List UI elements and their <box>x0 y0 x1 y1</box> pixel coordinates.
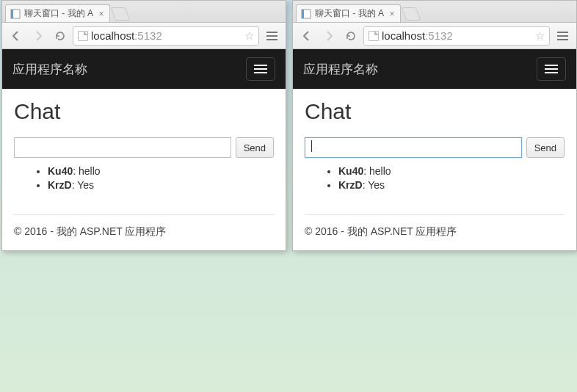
tab-title: 聊天窗口 - 我的 A <box>315 7 384 20</box>
message-input[interactable] <box>305 137 522 158</box>
page-heading: Chat <box>305 99 565 124</box>
message-form: Send <box>14 137 274 158</box>
app-brand[interactable]: 应用程序名称 <box>303 61 378 78</box>
hamburger-icon <box>266 32 277 40</box>
text-cursor <box>311 140 312 152</box>
svg-rect-3 <box>302 10 304 18</box>
back-button[interactable] <box>7 26 26 46</box>
browser-window-left: 聊天窗口 - 我的 A × localhost:5132 ☆ <box>1 0 286 251</box>
browser-toolbar: localhost:5132 ☆ <box>293 23 576 49</box>
message-list: Ku40: hello KrzD: Yes <box>14 165 274 191</box>
send-button[interactable]: Send <box>526 137 565 158</box>
new-tab-button[interactable] <box>111 7 131 21</box>
app-navbar: 应用程序名称 <box>293 49 576 89</box>
tab-strip: 聊天窗口 - 我的 A × <box>293 1 576 23</box>
forward-button[interactable] <box>29 26 48 46</box>
bookmark-star-icon[interactable]: ☆ <box>535 29 545 43</box>
forward-button[interactable] <box>319 26 338 46</box>
bookmark-star-icon[interactable]: ☆ <box>244 29 254 43</box>
url-text: localhost:5132 <box>91 29 242 42</box>
browser-tab[interactable]: 聊天窗口 - 我的 A × <box>296 4 401 22</box>
tab-close-button[interactable]: × <box>387 9 397 19</box>
favicon-icon <box>301 9 311 19</box>
browser-window-right: 聊天窗口 - 我的 A × localhost:5132 ☆ <box>292 0 577 251</box>
message-input[interactable] <box>14 137 231 158</box>
navbar-toggle-button[interactable] <box>537 57 566 81</box>
divider <box>305 214 565 215</box>
reload-button[interactable] <box>51 26 70 46</box>
page-footer: © 2016 - 我的 ASP.NET 应用程序 <box>14 225 274 239</box>
hamburger-icon <box>545 65 558 73</box>
app-navbar: 应用程序名称 <box>2 49 286 89</box>
list-item: Ku40: hello <box>48 165 274 177</box>
page-viewport: 应用程序名称 Chat Send Ku40: hello KrzD: Yes ©… <box>293 49 576 250</box>
app-brand[interactable]: 应用程序名称 <box>12 61 87 78</box>
page-footer: © 2016 - 我的 ASP.NET 应用程序 <box>305 225 565 239</box>
new-tab-button[interactable] <box>402 7 421 21</box>
back-button[interactable] <box>297 26 316 46</box>
page-content: Chat Send Ku40: hello KrzD: Yes © 2016 -… <box>2 89 286 250</box>
hamburger-icon <box>254 65 267 73</box>
browser-toolbar: localhost:5132 ☆ <box>2 23 286 49</box>
list-item: Ku40: hello <box>338 165 565 177</box>
address-bar[interactable]: localhost:5132 ☆ <box>363 26 550 46</box>
tab-close-button[interactable]: × <box>96 9 106 19</box>
page-content: Chat Send Ku40: hello KrzD: Yes © 2016 -… <box>293 89 576 250</box>
send-button[interactable]: Send <box>236 137 274 158</box>
url-text: localhost:5132 <box>382 29 532 42</box>
divider <box>14 214 274 215</box>
list-item: KrzD: Yes <box>338 179 565 191</box>
browser-menu-button[interactable] <box>553 26 572 46</box>
message-list: Ku40: hello KrzD: Yes <box>305 165 565 191</box>
message-form: Send <box>305 137 565 158</box>
page-icon <box>369 31 379 41</box>
hamburger-icon <box>557 32 568 40</box>
browser-tab[interactable]: 聊天窗口 - 我的 A × <box>5 4 110 22</box>
browser-menu-button[interactable] <box>262 26 281 46</box>
list-item: KrzD: Yes <box>48 179 274 191</box>
page-heading: Chat <box>14 99 274 124</box>
navbar-toggle-button[interactable] <box>246 57 275 81</box>
favicon-icon <box>10 9 21 19</box>
svg-rect-1 <box>11 10 13 18</box>
page-viewport: 应用程序名称 Chat Send Ku40: hello KrzD: Yes ©… <box>2 49 286 250</box>
tab-strip: 聊天窗口 - 我的 A × <box>2 1 286 23</box>
reload-button[interactable] <box>341 26 360 46</box>
tab-title: 聊天窗口 - 我的 A <box>24 7 93 20</box>
page-icon <box>78 31 88 41</box>
address-bar[interactable]: localhost:5132 ☆ <box>73 26 259 46</box>
